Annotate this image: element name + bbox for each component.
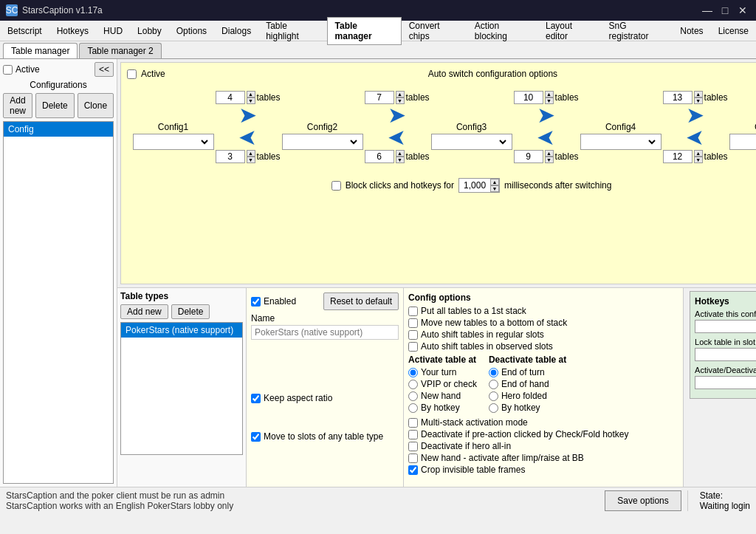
- arrows-3-4: 10 ▲ ▼ tables ➤ ➤ 9 ▲ ▼: [512, 91, 580, 163]
- co-checkbox-2[interactable]: [408, 330, 418, 340]
- config1-select[interactable]: [137, 136, 210, 148]
- config4-dropdown[interactable]: [580, 134, 662, 150]
- reset-to-default-button[interactable]: Reset to default: [323, 292, 399, 310]
- activate-radio-1[interactable]: [408, 380, 418, 389]
- co-bottom-3[interactable]: [408, 453, 418, 463]
- deactivate-radio-1[interactable]: [489, 380, 498, 389]
- activate-radio-2[interactable]: [408, 391, 418, 401]
- menu-sng-registrator[interactable]: SnG registrator: [601, 18, 673, 44]
- spin-down-bot-1[interactable]: ▼: [247, 157, 255, 163]
- tab-table-manager[interactable]: Table manager: [3, 43, 78, 58]
- name-input[interactable]: [251, 325, 399, 340]
- spin-up-top-3[interactable]: ▲: [545, 91, 554, 97]
- co-label-3: Auto shift tables in observed slots: [421, 341, 553, 352]
- block-clicks-checkbox[interactable]: [331, 181, 341, 191]
- menu-hotkeys[interactable]: Hotkeys: [49, 23, 96, 39]
- config4-col: Config4: [580, 104, 662, 150]
- co-bottom-4[interactable]: [408, 465, 418, 475]
- hotkey-select-0[interactable]: [695, 320, 756, 333]
- menu-hud[interactable]: HUD: [96, 23, 130, 39]
- co-bottom-1[interactable]: [408, 430, 418, 439]
- hotkey-select-1[interactable]: [695, 348, 756, 361]
- menu-notes[interactable]: Notes: [673, 23, 710, 39]
- minimize-button[interactable]: —: [700, 4, 715, 16]
- config2-select[interactable]: [286, 136, 360, 148]
- menu-options[interactable]: Options: [169, 23, 214, 39]
- menu-convert-chips[interactable]: Convert chips: [402, 18, 467, 44]
- spin-up-bot-3[interactable]: ▲: [545, 150, 554, 157]
- co-bottom-0[interactable]: [408, 418, 418, 428]
- arrow-left-4: ➤: [686, 126, 704, 148]
- add-new-button[interactable]: Add new: [3, 93, 32, 118]
- co-checkbox-1[interactable]: [408, 318, 418, 328]
- hotkey-row-2: Activate/Deactivate ⌨: [695, 366, 756, 389]
- spin-down-bot-4[interactable]: ▼: [694, 157, 703, 163]
- menu-dialogs[interactable]: Dialogs: [214, 23, 258, 39]
- arrows-4-5: 13 ▲ ▼ tables ➤ ➤ 12 ▲ ▼: [662, 91, 729, 163]
- menu-license[interactable]: License: [711, 23, 756, 39]
- hotkeys-title: Hotkeys: [695, 296, 756, 307]
- spin-down-bot-2[interactable]: ▼: [396, 157, 405, 163]
- co-checkbox-0[interactable]: [408, 307, 418, 316]
- config-item[interactable]: Config: [4, 122, 113, 137]
- hotkey-select-2[interactable]: [695, 376, 756, 389]
- activate-radio-0[interactable]: [408, 368, 418, 377]
- spinbox-bot-2[interactable]: 6: [365, 150, 394, 163]
- arrow-left-3: ➤: [537, 126, 555, 148]
- menu-action-blocking[interactable]: Action blocking: [467, 18, 538, 44]
- deactivate-radio-3[interactable]: [489, 403, 498, 413]
- enabled-checkbox[interactable]: [251, 297, 261, 307]
- tab-table-manager-2[interactable]: Table manager 2: [79, 43, 161, 58]
- menu-betscript[interactable]: Betscript: [0, 23, 49, 39]
- menu-layout-editor[interactable]: Layout editor: [538, 18, 601, 44]
- co-checkbox-3[interactable]: [408, 342, 418, 352]
- delete-button[interactable]: Delete: [35, 93, 75, 118]
- active-checkbox[interactable]: [3, 65, 13, 75]
- tt-add-new-button[interactable]: Add new: [120, 304, 168, 319]
- spin-up-bot-2[interactable]: ▲: [396, 150, 405, 157]
- maximize-button[interactable]: □: [718, 4, 732, 16]
- arrow-left-2: ➤: [388, 126, 406, 148]
- spin-down-bot-3[interactable]: ▼: [545, 157, 554, 163]
- menu-lobby[interactable]: Lobby: [130, 23, 169, 39]
- spin-up-top-4[interactable]: ▲: [694, 91, 703, 97]
- save-options-button[interactable]: Save options: [605, 490, 681, 511]
- co-label-2: Auto shift tables in regular slots: [421, 329, 544, 340]
- config5-select[interactable]: [733, 136, 756, 148]
- right-area: Active Auto switch configuration options…: [117, 59, 756, 487]
- collapse-button[interactable]: <<: [94, 62, 114, 77]
- config3-select[interactable]: [435, 136, 509, 148]
- config2-dropdown[interactable]: [282, 134, 363, 150]
- clone-button[interactable]: Clone: [78, 93, 114, 118]
- spin-up-bot-4[interactable]: ▲: [694, 150, 703, 157]
- deactivate-radio-2[interactable]: [489, 391, 498, 401]
- config4-select[interactable]: [584, 136, 658, 148]
- close-button[interactable]: ✕: [735, 4, 750, 16]
- spin-up-top-2[interactable]: ▲: [396, 91, 405, 97]
- auto-switch-active-checkbox[interactable]: [127, 69, 137, 79]
- block-clicks-spin-down[interactable]: ▼: [490, 185, 499, 192]
- keep-aspect-ratio-label: Keep aspect ratio: [264, 393, 332, 403]
- config5-dropdown[interactable]: [729, 134, 756, 150]
- state-area: State: Waiting login: [687, 490, 750, 511]
- keep-aspect-ratio-checkbox[interactable]: [251, 394, 261, 403]
- deactivate-radio-0[interactable]: [489, 368, 498, 377]
- spinbox-bot-3[interactable]: 9: [514, 150, 543, 163]
- table-types-title: Table types: [120, 291, 243, 301]
- spin-up-top-1[interactable]: ▲: [247, 91, 255, 97]
- spinbox-bot-4[interactable]: 12: [663, 150, 693, 163]
- co-bottom-2[interactable]: [408, 442, 418, 451]
- config3-dropdown[interactable]: [431, 134, 512, 150]
- spinbox-bot-1[interactable]: 3: [216, 150, 245, 163]
- activate-radio-3[interactable]: [408, 403, 418, 413]
- activate-opt-1: VPIP or check: [421, 379, 477, 389]
- tt-item-pokerstars[interactable]: PokerStars (native support): [121, 323, 242, 338]
- menu-table-highlight[interactable]: Table highlight: [258, 18, 326, 44]
- move-to-slots-checkbox[interactable]: [251, 432, 261, 442]
- config1-dropdown[interactable]: [133, 134, 214, 150]
- menu-table-manager[interactable]: Table manager: [327, 17, 402, 45]
- tt-delete-button[interactable]: Delete: [171, 304, 210, 319]
- block-clicks-spin-up[interactable]: ▲: [490, 179, 499, 185]
- spin-up-bot-1[interactable]: ▲: [247, 150, 255, 157]
- activate-label: Activate table at: [408, 355, 477, 365]
